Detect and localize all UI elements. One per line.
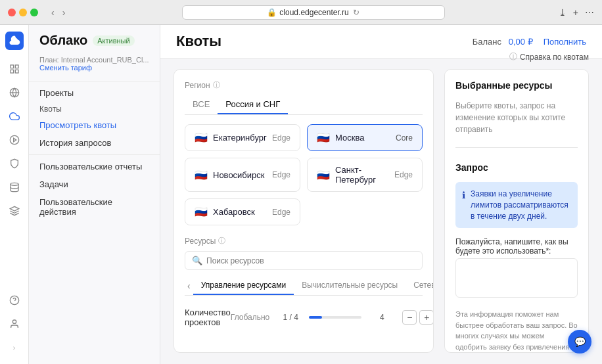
flag-spb: 🇷🇺 — [317, 169, 330, 181]
browser-icons: ⤓ + ⋯ — [559, 7, 594, 18]
sidebar-item-shield[interactable] — [5, 154, 24, 173]
info-icon: ℹ — [462, 189, 465, 221]
sidebar-item-dashboard[interactable] — [5, 59, 24, 79]
tab-network[interactable]: Сетевые сервисы — [405, 277, 434, 295]
selected-resources-hint: Выберите квоты, запрос на изменение кото… — [455, 100, 578, 135]
flag-khabarovsk: 🇷🇺 — [195, 206, 208, 218]
flag-moscow: 🇷🇺 — [317, 131, 330, 144]
balance-label: Баланс 0,00 ₽ — [473, 37, 533, 47]
svg-rect-3 — [15, 70, 18, 73]
cloud-title: Облако Активный — [39, 33, 149, 48]
resources-section-label: Ресурсы ⓘ — [185, 236, 423, 246]
city-card-novosibirsk[interactable]: 🇷🇺 Новосибирск Edge — [185, 158, 300, 192]
nav-tasks[interactable]: Задачи — [29, 175, 160, 193]
cities-grid: 🇷🇺 Екатеринбург Edge 🇷🇺 Москва Core — [185, 124, 423, 225]
city-name-khabarovsk: Хабаровск — [213, 207, 255, 217]
stepper-increase[interactable]: + — [419, 310, 434, 325]
content-area: Регион ⓘ ВСЕ Россия и СНГ 🇷🇺 Екатеринбур… — [160, 58, 602, 363]
back-button[interactable]: ‹ — [49, 6, 57, 19]
header-right: Баланс 0,00 ₽ Пополнить — [473, 37, 586, 47]
chat-bubble[interactable]: 💬 — [568, 330, 591, 353]
nav-request-history[interactable]: История запросов — [29, 134, 160, 152]
nav-panel: Облако Активный План: Internal Account_R… — [29, 25, 160, 364]
sidebar-item-user[interactable] — [5, 314, 24, 334]
info-box: ℹ Заявки на увеличение лимитов рассматри… — [455, 182, 578, 228]
tab-compute[interactable]: Вычислительные ресурсы — [294, 277, 405, 295]
browser-chrome: ‹ › 🔒 cloud.edgecenter.ru ↻ ⤓ + ⋯ — [0, 0, 602, 25]
close-button[interactable] — [8, 9, 16, 16]
progress-text: 1 / 4 — [277, 313, 304, 322]
tab-russia-cis[interactable]: Россия и СНГ — [218, 95, 288, 114]
sidebar-bottom: › — [5, 290, 24, 364]
stepper-decrease[interactable]: − — [402, 310, 417, 325]
tab-all[interactable]: ВСЕ — [185, 95, 218, 114]
city-type-ekaterinburg: Edge — [272, 133, 290, 143]
page-title: Квоты — [176, 33, 221, 50]
progress-bar — [309, 316, 361, 319]
projects-section: Проекты — [29, 84, 160, 102]
quota-value: 4 — [372, 313, 392, 322]
help-text: Справка по квотам — [520, 53, 589, 62]
field-label: Пожалуйста, напишите, как вы будете это … — [455, 237, 578, 256]
sidebar-expand[interactable]: › — [5, 338, 24, 357]
sidebar-item-play[interactable] — [5, 130, 24, 150]
city-type-khabarovsk: Edge — [272, 208, 290, 217]
nav-user-actions[interactable]: Пользовательские действия — [29, 193, 160, 221]
sidebar-item-globe[interactable] — [5, 83, 24, 102]
search-box[interactable]: 🔍 — [185, 251, 423, 270]
sidebar-item-database[interactable] — [5, 177, 24, 197]
url-text: cloud.edgecenter.ru — [279, 8, 348, 17]
main-content: Квоты Баланс 0,00 ₽ Пополнить Регион ⓘ — [160, 25, 602, 364]
city-name-moscow: Москва — [335, 133, 364, 143]
nav-user-reports[interactable]: Пользовательские отчеты — [29, 158, 160, 175]
svg-rect-1 — [15, 65, 18, 68]
svg-marker-9 — [10, 206, 18, 211]
city-card-khabarovsk[interactable]: 🇷🇺 Хабаровск Edge — [185, 198, 300, 225]
quota-progress: 1 / 4 4 − + — [277, 310, 434, 325]
add-tab-icon[interactable]: + — [573, 7, 578, 18]
active-badge: Активный — [93, 35, 134, 46]
city-name-novosibirsk: Новосибирск — [213, 170, 265, 180]
svg-rect-2 — [11, 70, 14, 73]
maximize-button[interactable] — [30, 9, 38, 16]
minimize-button[interactable] — [19, 9, 27, 16]
forward-button[interactable]: › — [60, 6, 68, 19]
usage-field-wrapper: Пожалуйста, напишите, как вы будете это … — [455, 237, 578, 300]
city-name-spb: Санкт-Петербург — [335, 165, 394, 185]
browser-nav: ‹ › — [49, 6, 68, 19]
sidebar-item-cloud[interactable] — [5, 106, 24, 126]
hint-text: Эта информация поможет нам быстрее обраб… — [455, 309, 578, 353]
resources-info-icon: ⓘ — [218, 236, 225, 246]
balance-amount: 0,00 ₽ — [509, 37, 533, 47]
sidebar-icons: › — [0, 25, 29, 364]
city-card-ekaterinburg[interactable]: 🇷🇺 Екатеринбург Edge — [185, 124, 300, 151]
help-link[interactable]: ⓘ Справка по квотам — [509, 51, 589, 62]
menu-icon[interactable]: ⋯ — [585, 7, 594, 18]
app-layout: › Облако Активный План: Internal Account… — [0, 25, 602, 364]
download-icon[interactable]: ⤓ — [559, 7, 567, 18]
city-card-spb[interactable]: 🇷🇺 Санкт-Петербург Edge — [307, 158, 423, 192]
topup-button[interactable]: Пополнить — [544, 37, 586, 47]
usage-textarea[interactable] — [455, 258, 578, 298]
quotas-panel: Регион ⓘ ВСЕ Россия и СНГ 🇷🇺 Екатеринбур… — [174, 69, 434, 353]
help-icon: ⓘ — [509, 51, 517, 62]
nav-view-quotas[interactable]: Просмотреть квоты — [29, 116, 160, 134]
info-text: Заявки на увеличение лимитов рассматрива… — [471, 189, 571, 221]
sidebar-item-layers[interactable] — [5, 201, 24, 221]
region-tabs: ВСЕ Россия и СНГ — [185, 95, 423, 115]
tab-prev-arrow[interactable]: ‹ — [185, 281, 193, 291]
tab-resource-management[interactable]: Управление ресурсами — [193, 277, 294, 295]
city-name-ekaterinburg: Екатеринбург — [213, 133, 267, 143]
flag-novosibirsk: 🇷🇺 — [195, 169, 208, 181]
svg-point-6 — [10, 135, 18, 144]
resource-tabs: ‹ Управление ресурсами Вычислительные ре… — [185, 277, 423, 296]
address-bar[interactable]: 🔒 cloud.edgecenter.ru ↻ — [182, 5, 445, 20]
svg-marker-7 — [13, 138, 16, 141]
city-type-moscow: Core — [396, 133, 413, 143]
change-plan-link[interactable]: Сменить тариф — [39, 64, 92, 72]
svg-point-8 — [11, 183, 18, 185]
city-card-moscow[interactable]: 🇷🇺 Москва Core — [307, 124, 423, 151]
sidebar-item-help[interactable] — [5, 290, 24, 310]
right-panel: Выбранные ресурсы Выберите квоты, запрос… — [444, 69, 589, 353]
search-input[interactable] — [206, 256, 415, 265]
